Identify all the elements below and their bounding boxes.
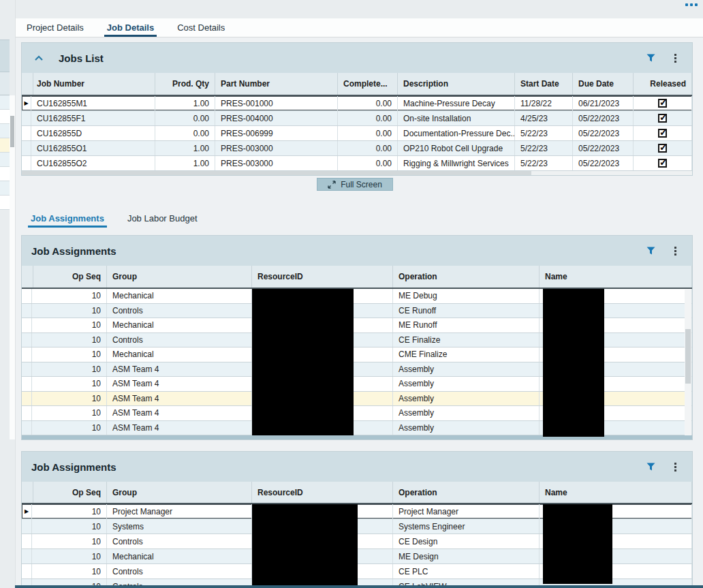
operation-cell: Assembly bbox=[393, 362, 540, 377]
panel-title: Job Assignments bbox=[31, 461, 116, 473]
background-grid-row bbox=[0, 95, 10, 110]
column-header-part-number[interactable]: Part Number bbox=[215, 73, 338, 95]
table-row[interactable]: CU162855F1 0.00 PRES-004000 0.00 On-site… bbox=[22, 111, 692, 126]
row-selector-cell bbox=[22, 564, 32, 578]
complete-cell: 0.00 bbox=[338, 156, 398, 170]
released-checkbox[interactable] bbox=[658, 114, 667, 123]
tab-job-details[interactable]: Job Details bbox=[104, 19, 157, 37]
row-selector-cell bbox=[22, 141, 31, 155]
released-checkbox[interactable] bbox=[658, 159, 667, 168]
column-header-complete[interactable]: Complete... bbox=[338, 73, 398, 95]
redaction-box-name bbox=[543, 504, 612, 584]
row-selector-cell bbox=[22, 318, 32, 332]
op-seq-cell: 10 bbox=[32, 304, 107, 318]
main-content-area: Project Details Job Details Cost Details… bbox=[15, 0, 703, 588]
operation-cell: Assembly bbox=[393, 377, 540, 391]
full-screen-button[interactable]: Full Screen bbox=[317, 178, 393, 191]
column-header-resourceid[interactable]: ResourceID bbox=[252, 482, 393, 503]
column-header-operation[interactable]: Operation bbox=[393, 266, 540, 288]
filter-icon[interactable] bbox=[643, 459, 658, 474]
column-header-start-date[interactable]: Start Date bbox=[515, 73, 573, 95]
background-grid-row bbox=[0, 124, 10, 138]
released-checkbox[interactable] bbox=[658, 129, 667, 138]
op-seq-cell: 10 bbox=[32, 333, 107, 347]
column-header-prod-qty[interactable]: Prod. Qty bbox=[155, 73, 215, 95]
vertical-scrollbar[interactable] bbox=[685, 290, 691, 435]
row-selector-cell: ▶ bbox=[22, 504, 32, 519]
column-header-description[interactable]: Description bbox=[398, 73, 515, 95]
operation-cell: Assembly bbox=[393, 392, 540, 406]
group-cell: ASM Team 4 bbox=[107, 406, 252, 420]
filter-icon[interactable] bbox=[643, 243, 658, 258]
released-cell bbox=[634, 111, 692, 125]
op-seq-cell: 10 bbox=[32, 564, 107, 578]
column-header-released[interactable]: Released bbox=[634, 73, 692, 95]
released-cell bbox=[634, 96, 692, 110]
column-header-due-date[interactable]: Due Date bbox=[573, 73, 634, 95]
horizontal-scrollbar-thumb[interactable] bbox=[22, 171, 531, 175]
tab-job-assignments[interactable]: Job Assignments bbox=[28, 210, 107, 228]
op-seq-cell: 10 bbox=[32, 519, 107, 533]
description-cell: OP210 Robot Cell Upgrade bbox=[398, 141, 515, 155]
column-header-op-seq[interactable]: Op Seq bbox=[32, 482, 107, 503]
operation-cell: ME Runoff bbox=[393, 318, 540, 332]
panel-title: Jobs List bbox=[59, 52, 104, 64]
overflow-menu-icon[interactable] bbox=[685, 3, 698, 6]
background-grid-row bbox=[0, 110, 10, 124]
expand-arrows-icon bbox=[328, 181, 336, 189]
table-row[interactable]: ▶ CU162855M1 1.00 PRES-001000 0.00 Machi… bbox=[22, 96, 692, 111]
group-cell: Mechanical bbox=[107, 549, 252, 563]
op-seq-cell: 10 bbox=[32, 504, 107, 519]
job-number-cell: CU162855F1 bbox=[31, 111, 155, 125]
column-header-name[interactable]: Name bbox=[540, 266, 692, 288]
collapse-chevron-up-icon[interactable] bbox=[31, 50, 46, 65]
column-header-group[interactable]: Group bbox=[107, 482, 252, 503]
op-seq-cell: 10 bbox=[32, 318, 107, 332]
column-header-name[interactable]: Name bbox=[540, 482, 692, 503]
jobs-list-panel-header: Jobs List bbox=[22, 43, 692, 73]
complete-cell: 0.00 bbox=[338, 96, 398, 110]
column-header-resourceid[interactable]: ResourceID bbox=[252, 266, 393, 288]
due-date-cell: 05/22/2023 bbox=[573, 126, 634, 140]
row-selector-cell bbox=[22, 519, 32, 533]
released-cell bbox=[634, 126, 692, 140]
redaction-box-name bbox=[543, 289, 604, 437]
prod-qty-cell: 1.00 bbox=[155, 96, 215, 110]
group-cell: Controls bbox=[107, 304, 252, 318]
selected-row-marker-icon: ▶ bbox=[24, 101, 28, 106]
selected-row-marker-icon: ▶ bbox=[25, 509, 29, 514]
due-date-cell: 06/21/2023 bbox=[573, 96, 634, 110]
released-checkbox[interactable] bbox=[658, 99, 667, 108]
description-cell: Rigging & Millwright Services bbox=[398, 156, 515, 170]
table-row[interactable]: CU162855D 0.00 PRES-006999 0.00 Document… bbox=[22, 126, 692, 141]
row-selector-cell bbox=[22, 333, 32, 347]
column-header-group[interactable]: Group bbox=[107, 266, 252, 288]
kebab-menu-icon[interactable] bbox=[668, 243, 683, 258]
background-scrollbar-thumb[interactable] bbox=[10, 116, 14, 147]
group-cell: Controls bbox=[107, 333, 252, 347]
horizontal-scrollbar[interactable] bbox=[22, 171, 692, 175]
table-row[interactable]: CU162855O1 1.00 PRES-003000 0.00 OP210 R… bbox=[22, 141, 692, 156]
row-selector-cell bbox=[22, 549, 32, 563]
full-screen-label: Full Screen bbox=[341, 180, 382, 189]
operation-cell: Assembly bbox=[393, 406, 540, 420]
assignments-header-row: Op Seq Group ResourceID Operation Name bbox=[22, 266, 692, 289]
group-cell: ASM Team 4 bbox=[107, 362, 252, 377]
job-number-cell: CU162855O1 bbox=[31, 141, 155, 155]
column-header-op-seq[interactable]: Op Seq bbox=[32, 266, 107, 288]
released-checkbox[interactable] bbox=[658, 144, 667, 153]
row-selector-cell bbox=[22, 111, 31, 125]
kebab-menu-icon[interactable] bbox=[668, 50, 683, 65]
column-header-job-number[interactable]: Job Number bbox=[31, 73, 155, 95]
row-selector-cell bbox=[22, 126, 31, 140]
vertical-scrollbar-thumb[interactable] bbox=[685, 329, 691, 384]
column-header-operation[interactable]: Operation bbox=[393, 482, 540, 503]
table-row[interactable]: CU162855O2 1.00 PRES-003000 0.00 Rigging… bbox=[22, 156, 692, 171]
tab-cost-details[interactable]: Cost Details bbox=[174, 19, 228, 37]
tab-job-labor-budget[interactable]: Job Labor Budget bbox=[125, 210, 200, 228]
start-date-cell: 5/22/23 bbox=[515, 156, 573, 170]
start-date-cell: 5/22/23 bbox=[515, 141, 573, 155]
kebab-menu-icon[interactable] bbox=[668, 459, 683, 474]
filter-icon[interactable] bbox=[643, 50, 658, 65]
tab-project-details[interactable]: Project Details bbox=[24, 19, 87, 37]
